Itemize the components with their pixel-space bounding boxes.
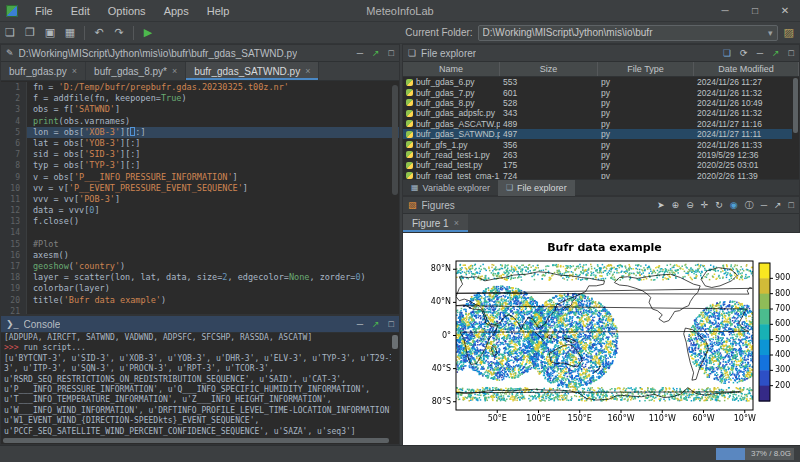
panel-maximize-icon[interactable]: □ bbox=[389, 48, 394, 58]
menu-edit[interactable]: Edit bbox=[62, 5, 99, 17]
panel-minimize-icon[interactable]: ─ bbox=[357, 48, 363, 58]
panel-float-icon[interactable]: ↗ bbox=[372, 319, 380, 329]
column-header-date-modified[interactable]: Date Modified bbox=[694, 62, 799, 76]
globe-icon[interactable]: ◉ bbox=[730, 200, 738, 210]
run-script-icon[interactable]: ▶ bbox=[138, 26, 158, 39]
save-icon[interactable]: ▣ bbox=[40, 26, 60, 39]
menu-help[interactable]: Help bbox=[198, 5, 239, 17]
console-line: u'W___INFO_WIND_INFORMATION', u'DRFTINFO… bbox=[4, 406, 391, 416]
line-number: 21 bbox=[1, 306, 27, 314]
panel-float-icon[interactable]: ↗ bbox=[774, 200, 782, 210]
console-horizontal-scrollbar[interactable] bbox=[3, 438, 389, 443]
chevron-down-icon[interactable]: ▾ bbox=[764, 28, 773, 38]
panel-maximize-icon[interactable]: □ bbox=[389, 319, 394, 329]
zoom-in-icon[interactable]: ⊕ bbox=[672, 200, 680, 210]
close-icon[interactable]: × bbox=[72, 66, 77, 76]
code-line: 13f.close() bbox=[1, 216, 399, 227]
zoom-out-icon[interactable]: ⊖ bbox=[686, 200, 694, 210]
file-size: 724 bbox=[500, 171, 598, 179]
memory-usage-fill bbox=[716, 448, 745, 460]
rotate-icon[interactable]: ↻ bbox=[715, 200, 723, 210]
python-file-icon bbox=[406, 120, 413, 127]
window-close-icon[interactable]: ✕ bbox=[770, 0, 800, 22]
table-row[interactable]: bufr_gfs_1.py356py2024/11/26 11:33 bbox=[403, 139, 792, 149]
file-name: bufr_gdas_8.py bbox=[416, 98, 475, 108]
editor-tab[interactable]: bufr_gdas.py× bbox=[1, 62, 86, 80]
panel-float-icon[interactable]: ↗ bbox=[772, 48, 780, 58]
line-number: 8 bbox=[1, 160, 27, 171]
column-header-name[interactable]: Name bbox=[403, 62, 500, 76]
table-row[interactable]: bufr_gdas_8.py528py2024/11/26 10:49 bbox=[403, 98, 792, 108]
console-line: >>> run script... bbox=[4, 343, 391, 353]
console-vertical-scrollbar[interactable] bbox=[392, 335, 398, 349]
file-name: bufr_gdas_adpsfc.py bbox=[416, 108, 495, 118]
file-modified: 2024/11/26 10:49 bbox=[694, 98, 792, 108]
undo-icon[interactable]: ↶ bbox=[89, 26, 109, 39]
table-row[interactable]: bufr_read_test_cma-1.py724py2020/2/26 11… bbox=[403, 171, 792, 179]
table-row[interactable]: bufr_gdas_adpsfc.py343py2024/11/26 11:32 bbox=[403, 108, 792, 118]
close-icon[interactable]: × bbox=[305, 66, 310, 76]
code-editor[interactable]: 1fn = 'D:/Temp/bufr/prepbufr.gdas.202303… bbox=[1, 82, 399, 314]
file-modified: 2024/11/26 11:32 bbox=[694, 108, 792, 118]
console-line: u'T___INFO_TEMPERATURE_INFORMATION', u'Z… bbox=[4, 395, 391, 405]
menu-apps[interactable]: Apps bbox=[155, 5, 198, 17]
table-row[interactable]: bufr_gdas_7.py601py2024/11/26 11:32 bbox=[403, 87, 792, 97]
console-output[interactable]: [ADPUPA, AIRCFT, SATWND, VADWND, ADPSFC,… bbox=[4, 333, 391, 436]
figure-tab-bar: Figure 1 × bbox=[403, 214, 799, 233]
window-minimize-icon[interactable]: ─ bbox=[710, 0, 740, 22]
panel-float-icon[interactable]: ↗ bbox=[372, 48, 380, 58]
file-table-scrollbar[interactable] bbox=[793, 78, 798, 133]
console-panel: ❯_ Console ─ ↗ □ [ADPUPA, AIRCFT, SATWND… bbox=[0, 315, 400, 445]
panel-minimize-icon[interactable]: ─ bbox=[757, 48, 763, 58]
refresh-icon[interactable]: ⟳ bbox=[740, 48, 748, 58]
menu-options[interactable]: Options bbox=[99, 5, 155, 17]
tab-file-explorer[interactable]: ❏File explorer bbox=[498, 180, 575, 196]
figure-tab[interactable]: Figure 1 × bbox=[403, 214, 468, 232]
file-size: 175 bbox=[500, 160, 598, 170]
browse-folder-icon[interactable]: ▨ bbox=[784, 26, 794, 39]
editor-file-path: D:\Working\MIScript\Jython\mis\io\bufr\b… bbox=[19, 48, 298, 59]
column-header-file-type[interactable]: File Type bbox=[598, 62, 694, 76]
file-size: 601 bbox=[500, 88, 598, 98]
panel-minimize-icon[interactable]: ─ bbox=[761, 200, 767, 210]
line-number: 18 bbox=[1, 272, 27, 283]
new-document-icon[interactable]: ❏ bbox=[723, 48, 731, 58]
console-title: Console bbox=[24, 319, 61, 330]
table-row[interactable]: bufr_gdas_SATWND.py497py2024/11/27 11:11 bbox=[403, 129, 792, 139]
select-cursor-icon[interactable]: ➤ bbox=[657, 200, 665, 210]
figure-canvas-area[interactable] bbox=[403, 233, 799, 444]
close-icon[interactable]: × bbox=[172, 66, 177, 76]
window-maximize-icon[interactable]: □ bbox=[740, 0, 770, 22]
figure-tab-label: Figure 1 bbox=[412, 218, 449, 229]
code-line: 15#Plot bbox=[1, 239, 399, 250]
code-line: 17geoshow('country') bbox=[1, 261, 399, 272]
code-line: 7sid = obs['SID-3'][:] bbox=[1, 149, 399, 160]
code-line: 12data = vvv[0] bbox=[1, 205, 399, 216]
panel-minimize-icon[interactable]: ─ bbox=[357, 319, 363, 329]
editor-tab[interactable]: bufr_gdas_8.py*× bbox=[86, 62, 186, 80]
file-type: py bbox=[598, 171, 694, 179]
panel-maximize-icon[interactable]: □ bbox=[789, 48, 794, 58]
console-line: u'P___INFO_PRESSURE_INFORMATION', u'Q___… bbox=[4, 385, 391, 395]
menu-file[interactable]: File bbox=[26, 5, 62, 17]
editor-scrollbar[interactable] bbox=[392, 85, 398, 195]
table-row[interactable]: bufr_gdas_6.py553py2024/11/26 11:27 bbox=[403, 77, 792, 87]
identify-icon[interactable]: ⓘ bbox=[745, 199, 754, 212]
table-row[interactable]: bufr_read_test.py175py2020/2/25 03:01 bbox=[403, 160, 792, 170]
close-icon[interactable]: × bbox=[454, 218, 459, 228]
table-row[interactable]: bufr_gdas_ASCATW.py489py2024/11/27 11:16 bbox=[403, 119, 792, 129]
save-all-icon[interactable]: ▦ bbox=[60, 26, 80, 39]
main-toolbar: ❏ ❐ ▣ ▦ ↶ ↷ ▶ Current Folder: D:\Working… bbox=[0, 22, 800, 44]
editor-tab[interactable]: bufr_gdas_SATWND.py× bbox=[186, 62, 319, 80]
new-file-icon[interactable]: ❏ bbox=[0, 26, 20, 39]
current-folder-combobox[interactable]: D:\Working\MIScript\Jython\mis\io\bufr ▾ bbox=[478, 25, 778, 41]
tab-variable-explorer[interactable]: ▦Variable explorer bbox=[403, 180, 498, 196]
console-line: u'W1_EVENT_WIND_{DIRECTION-SPEEDkts}_EVE… bbox=[4, 416, 391, 426]
panel-maximize-icon[interactable]: □ bbox=[789, 200, 794, 210]
pan-icon[interactable]: ✛ bbox=[701, 200, 709, 210]
open-file-icon[interactable]: ❐ bbox=[20, 26, 40, 39]
redo-icon[interactable]: ↷ bbox=[109, 26, 129, 39]
terminal-icon: ❯_ bbox=[6, 319, 19, 329]
table-row[interactable]: bufr_read_test-1.py263py2019/5/29 12:36 bbox=[403, 150, 792, 160]
column-header-size[interactable]: Size bbox=[500, 62, 598, 76]
